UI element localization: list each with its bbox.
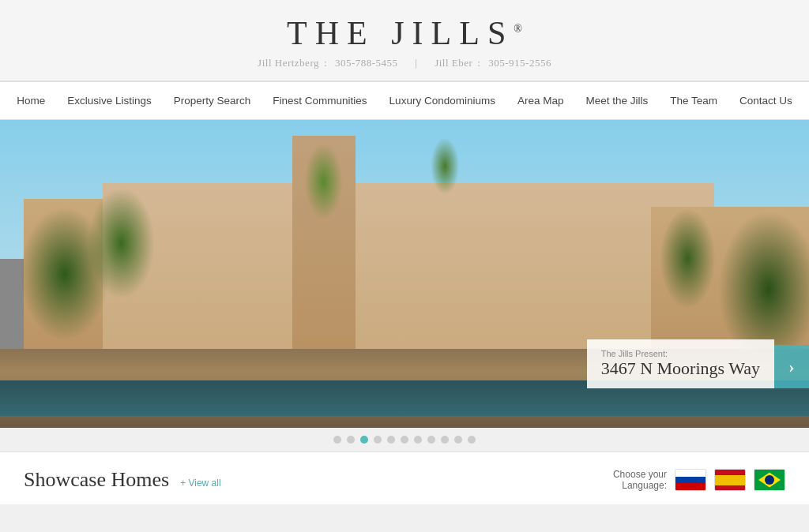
nav-item-home[interactable]: Home [6, 82, 56, 119]
showcase-homes-area: Showcase Homes View all [24, 468, 221, 492]
language-flag-spanish[interactable] [714, 469, 746, 491]
nav-item-area-map[interactable]: Area Map [506, 82, 575, 119]
slide-dot-6[interactable] [401, 436, 408, 444]
contact-separator: | [415, 57, 417, 69]
main-nav: Home Exclusive Listings Property Search … [0, 81, 809, 120]
site-contacts: Jill Hertzberg: 305-788-5455 | Jill Eber… [0, 57, 809, 69]
nav-item-the-team[interactable]: The Team [659, 82, 728, 119]
next-slide-button[interactable]: › [774, 345, 809, 388]
language-label: Choose yourLanguage: [613, 469, 667, 491]
view-all-link[interactable]: View all [180, 478, 220, 489]
hero-caption-title: 3467 N Moorings Way [601, 358, 760, 379]
slide-dot-2[interactable] [347, 436, 355, 444]
slide-dot-9[interactable] [441, 436, 449, 444]
slide-dot-10[interactable] [454, 436, 462, 444]
language-flag-russian[interactable] [675, 469, 706, 491]
hero-slideshow: The Jills Present: 3467 N Moorings Way › [0, 120, 809, 428]
nav-item-exclusive-listings[interactable]: Exclusive Listings [56, 82, 163, 119]
hero-caption-label: The Jills Present: [601, 349, 760, 358]
language-selector: Choose yourLanguage: [613, 469, 785, 491]
slide-dot-1[interactable] [333, 436, 341, 444]
slideshow-dots [0, 428, 809, 451]
site-header: THE JILLS® Jill Hertzberg: 305-788-5455 … [0, 0, 809, 81]
contact2: Jill Eber: 305-915-2556 [430, 57, 556, 69]
hero-caption: The Jills Present: 3467 N Moorings Way [587, 339, 774, 388]
next-arrow-icon: › [788, 357, 794, 377]
nav-item-finest-communities[interactable]: Finest Communities [262, 82, 378, 119]
language-flag-portuguese[interactable] [754, 469, 785, 491]
nav-item-contact-us[interactable]: Contact Us [728, 82, 803, 119]
slide-dot-5[interactable] [387, 436, 395, 444]
bottom-section: Showcase Homes View all Choose yourLangu… [0, 451, 809, 504]
nav-item-property-search[interactable]: Property Search [163, 82, 262, 119]
slide-dot-11[interactable] [468, 436, 476, 444]
slide-dot-4[interactable] [374, 436, 382, 444]
nav-list: Home Exclusive Listings Property Search … [0, 82, 809, 119]
showcase-homes-title: Showcase Homes [24, 468, 169, 491]
slide-dot-3[interactable] [360, 436, 368, 444]
nav-item-luxury-condominiums[interactable]: Luxury Condominiums [378, 82, 506, 119]
slide-dot-7[interactable] [414, 436, 422, 444]
contact1: Jill Hertzberg: 305-788-5455 [253, 57, 405, 69]
slide-dot-8[interactable] [427, 436, 435, 444]
site-title: THE JILLS® [0, 14, 809, 52]
nav-item-meet-jills[interactable]: Meet the Jills [574, 82, 659, 119]
